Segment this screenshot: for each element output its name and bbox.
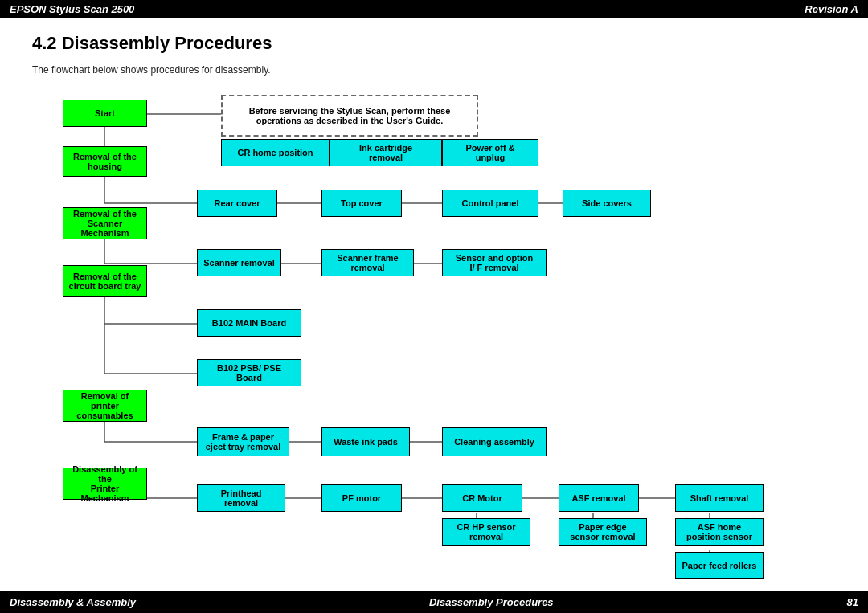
asf-removal-box: ASF removal xyxy=(559,484,639,512)
top-bar: EPSON Stylus Scan 2500 Revision A xyxy=(0,0,868,18)
top-bar-right: Revision A xyxy=(805,3,858,15)
start-box: Start xyxy=(63,100,147,127)
page-title: 4.2 Disassembly Procedures xyxy=(32,33,836,59)
scanner-removal-box: Scanner removal xyxy=(197,249,281,276)
bottom-bar-left: Disassembly & Assembly xyxy=(10,596,136,608)
frame-paper-box: Frame & paper eject tray removal xyxy=(197,427,289,456)
subtitle: The flowchart below shows procedures for… xyxy=(32,64,836,76)
pf-motor-box: PF motor xyxy=(321,484,402,512)
b102-main-box: B102 MAIN Board xyxy=(197,309,301,337)
cr-hp-sensor-box: CR HP sensor removal xyxy=(442,518,530,546)
top-cover-box: Top cover xyxy=(321,190,402,217)
removal-housing-box: Removal of the housing xyxy=(63,146,147,177)
asf-home-box: ASF home position sensor xyxy=(675,518,764,546)
removal-scanner-box: Removal of the Scanner Mechanism xyxy=(63,207,147,239)
bottom-bar-right: 81 xyxy=(847,596,858,608)
power-off-box: Power off & unplug xyxy=(442,139,538,166)
removal-consumables-box: Removal of printer consumables xyxy=(63,390,147,422)
disassembly-printer-box: Disassembly of the Printer Mechanism xyxy=(63,468,147,500)
bottom-bar: Disassembly & Assembly Disassembly Proce… xyxy=(0,591,868,613)
rear-cover-box: Rear cover xyxy=(197,190,277,217)
shaft-removal-box: Shaft removal xyxy=(675,484,764,512)
scanner-frame-box: Scanner frame removal xyxy=(321,249,414,276)
side-covers-box: Side covers xyxy=(563,190,651,217)
control-panel-box: Control panel xyxy=(442,190,538,217)
sensor-option-box: Sensor and option I/ F removal xyxy=(442,249,547,276)
before-service-box: Before servicing the Stylus Scan, perfor… xyxy=(221,95,478,137)
paper-feed-box: Paper feed rollers xyxy=(675,552,764,579)
printhead-box: Printhead removal xyxy=(197,484,285,512)
bottom-bar-center: Disassembly Procedures xyxy=(429,596,554,608)
cr-motor-box: CR Motor xyxy=(442,484,522,512)
removal-circuit-box: Removal of the circuit board tray xyxy=(63,265,147,297)
paper-edge-sensor-box: Paper edge sensor removal xyxy=(559,518,647,546)
b102-psb-box: B102 PSB/ PSE Board xyxy=(197,359,301,386)
cleaning-assembly-box: Cleaning assembly xyxy=(442,427,547,456)
waste-ink-box: Waste ink pads xyxy=(321,427,410,456)
ink-cartridge-box: Ink cartridge removal xyxy=(330,139,442,166)
top-bar-left: EPSON Stylus Scan 2500 xyxy=(10,3,134,15)
cr-home-box: CR home position xyxy=(221,139,330,166)
